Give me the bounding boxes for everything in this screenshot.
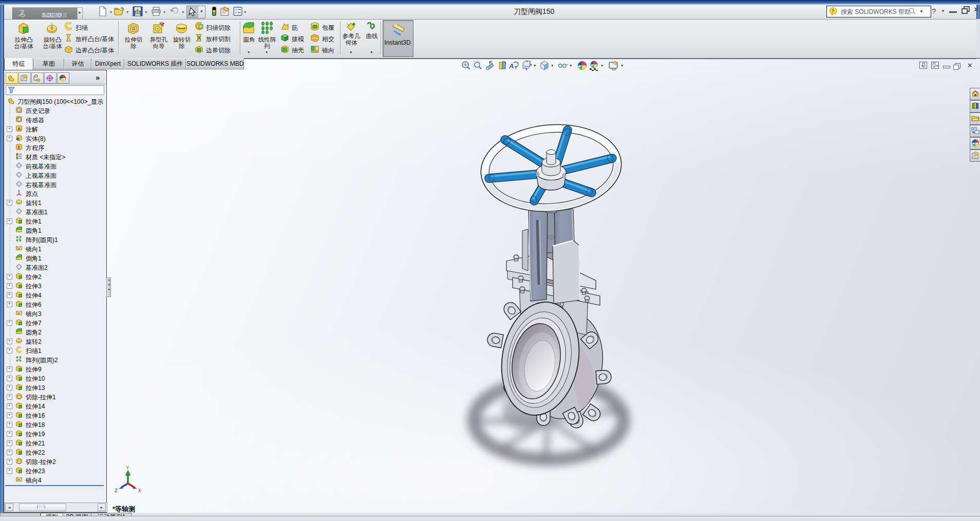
svg-text:?: ? xyxy=(832,8,835,13)
svg-text:Z: Z xyxy=(115,488,118,494)
svg-text:Y: Y xyxy=(126,466,129,471)
svg-text:X: X xyxy=(138,488,141,494)
svg-text:A: A xyxy=(508,62,514,70)
svg-text:!: ! xyxy=(137,10,138,13)
